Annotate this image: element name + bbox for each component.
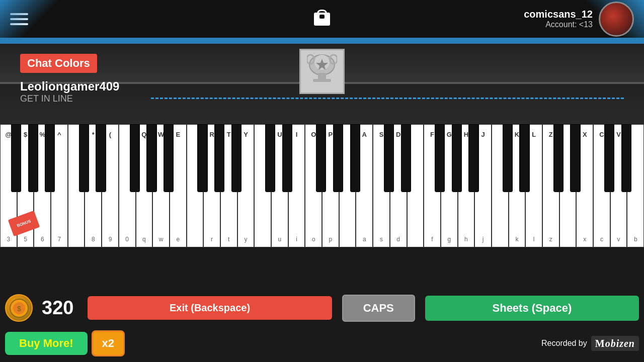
svg-text:$: $: [17, 305, 21, 313]
user-text: comicsans_12 Account: <13: [524, 9, 593, 29]
username: comicsans_12: [524, 9, 593, 20]
game-area: Chat Colors Leoliongamer409 GET IN LINE: [0, 44, 644, 124]
black-key-13[interactable]: [231, 124, 242, 192]
chat-colors-button[interactable]: Chat Colors: [20, 54, 97, 73]
svg-rect-7: [313, 79, 331, 82]
top-bar: comicsans_12 Account: <13: [0, 0, 644, 38]
svg-rect-6: [318, 73, 326, 80]
black-key-5[interactable]: [96, 124, 106, 192]
recorded-label: Recorded by: [541, 339, 587, 348]
buy-more-button[interactable]: Buy More!: [5, 332, 88, 355]
bottom-controls: $ 320 Exit (Backspace) CAPS Sheets (Spac…: [0, 289, 644, 362]
black-key-35[interactable]: [604, 124, 614, 192]
keys-container: BONUS @3$5%6^7*8(90QqWwEeRrTtYyUuIiOoPpA…: [0, 124, 644, 247]
black-key-32[interactable]: [553, 124, 564, 192]
piano-section: BONUS @3$5%6^7*8(90QqWwEeRrTtYyUuIiOoPpA…: [0, 124, 644, 247]
black-key-30[interactable]: [519, 124, 529, 192]
player-name: Leoliongamer409: [20, 79, 119, 94]
black-key-22[interactable]: [384, 124, 394, 192]
black-key-8[interactable]: [146, 124, 156, 192]
bottom-row1: $ 320 Exit (Backspace) CAPS Sheets (Spac…: [0, 289, 644, 327]
black-key-19[interactable]: [333, 124, 343, 192]
black-key-7[interactable]: [130, 124, 140, 192]
black-key-33[interactable]: [570, 124, 580, 192]
player-status: GET IN LINE: [20, 94, 119, 104]
trophy-icon: [299, 49, 345, 94]
black-key-15[interactable]: [265, 124, 275, 192]
progress-bar: [0, 38, 644, 44]
trophy-container: [299, 49, 345, 94]
svg-rect-1: [319, 15, 325, 19]
exit-button[interactable]: Exit (Backspace): [88, 296, 332, 320]
black-key-0[interactable]: [11, 124, 21, 192]
sheets-button[interactable]: Sheets (Space): [425, 296, 639, 321]
coin-icon: $: [5, 294, 33, 322]
black-key-25[interactable]: [435, 124, 445, 192]
svg-rect-0: [314, 13, 330, 26]
black-key-23[interactable]: [401, 124, 411, 192]
bottom-row2: Buy More! x2 Recorded by Mobizen: [0, 327, 644, 359]
black-key-12[interactable]: [214, 124, 224, 192]
black-key-2[interactable]: [45, 124, 55, 192]
black-key-20[interactable]: [350, 124, 360, 192]
black-key-26[interactable]: [452, 124, 462, 192]
black-key-27[interactable]: [468, 124, 478, 192]
player-info: Leoliongamer409 GET IN LINE: [20, 79, 119, 104]
black-key-4[interactable]: [79, 124, 89, 192]
avatar: [599, 2, 634, 37]
account-label: Account: <13: [524, 20, 593, 29]
black-key-11[interactable]: [197, 124, 207, 192]
hamburger-menu-icon[interactable]: [10, 13, 28, 25]
x2-badge: x2: [92, 330, 125, 356]
black-key-1[interactable]: [28, 124, 38, 192]
mobizen-logo: Mobizen: [591, 336, 639, 351]
inbox-icon[interactable]: [311, 6, 333, 32]
caps-button[interactable]: CAPS: [342, 295, 415, 322]
black-key-9[interactable]: [164, 124, 174, 192]
user-info: comicsans_12 Account: <13: [524, 2, 634, 37]
black-key-18[interactable]: [316, 124, 326, 192]
dashed-line: [151, 98, 624, 99]
black-key-16[interactable]: [282, 124, 292, 192]
black-key-29[interactable]: [503, 124, 513, 192]
black-key-36[interactable]: [621, 124, 631, 192]
score-display: 320: [42, 297, 73, 319]
